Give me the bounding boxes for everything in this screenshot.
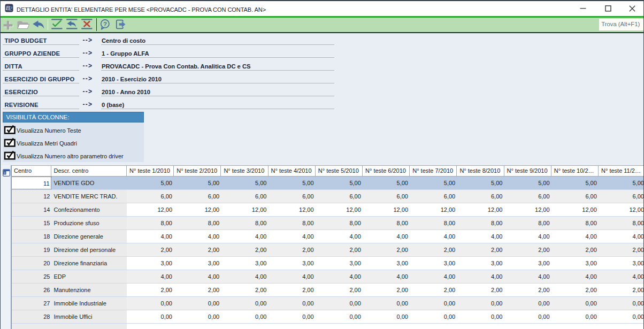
- svg-text:?: ?: [103, 21, 107, 27]
- svg-text:2: 2: [9, 5, 13, 12]
